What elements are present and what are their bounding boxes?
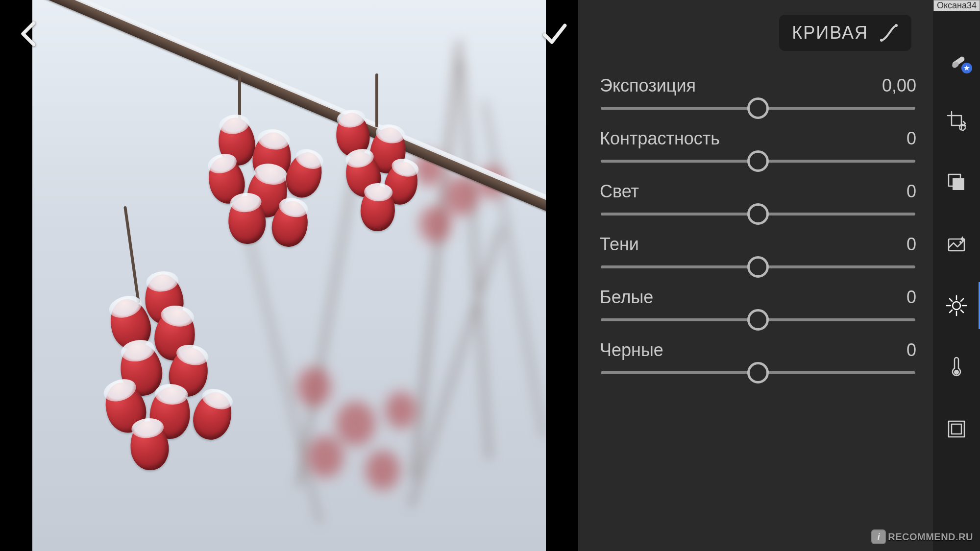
slider-label: Тени	[600, 234, 639, 255]
curve-icon	[879, 23, 899, 43]
healing-brush-icon[interactable]	[945, 47, 968, 71]
slider-thumb[interactable]	[747, 309, 769, 331]
slider-track[interactable]	[601, 160, 915, 163]
slider-thumb[interactable]	[747, 150, 769, 172]
frame-icon[interactable]	[945, 417, 968, 441]
light-icon[interactable]	[945, 294, 968, 317]
svg-point-1	[895, 24, 898, 27]
slider-track[interactable]	[601, 318, 915, 321]
slider-contrast: Контрастность 0	[600, 128, 916, 163]
curve-button[interactable]: КРИВАЯ	[779, 15, 911, 51]
slider-value: 0	[906, 234, 916, 255]
premium-badge-icon	[961, 63, 972, 73]
slider-thumb[interactable]	[747, 256, 769, 278]
light-controls: КРИВАЯ Экспозиция 0,00 Конт	[578, 0, 933, 551]
user-tag: Оксана34	[933, 0, 980, 11]
slider-thumb[interactable]	[747, 97, 769, 119]
slider-label: Белые	[600, 287, 653, 308]
crop-icon[interactable]	[945, 109, 968, 132]
slider-blacks: Черные 0	[600, 340, 916, 374]
presets-icon[interactable]	[945, 170, 968, 194]
svg-rect-20	[952, 424, 961, 434]
slider-shadows: Тени 0	[600, 234, 916, 268]
svg-point-9	[953, 302, 960, 310]
slider-label: Контрастность	[600, 128, 720, 149]
slider-exposure: Экспозиция 0,00	[600, 75, 916, 110]
slider-value: 0,00	[882, 75, 916, 96]
slider-thumb[interactable]	[747, 203, 769, 225]
watermark: i RECOMMEND.RU	[871, 529, 973, 544]
slider-group: Экспозиция 0,00 Контрастность 0 Свет 0	[600, 72, 916, 374]
slider-track[interactable]	[601, 213, 915, 216]
svg-marker-4	[964, 65, 970, 71]
slider-track[interactable]	[601, 107, 915, 110]
curve-label: КРИВАЯ	[792, 23, 868, 43]
right-toolbar	[933, 0, 980, 551]
svg-rect-6	[953, 178, 964, 190]
slider-value: 0	[906, 128, 916, 149]
slider-value: 0	[906, 340, 916, 360]
watermark-text: RECOMMEND.RU	[888, 531, 973, 543]
back-button[interactable]	[15, 20, 43, 50]
watermark-icon: i	[871, 529, 886, 544]
svg-line-17	[950, 310, 952, 312]
slider-whites: Белые 0	[600, 287, 916, 321]
slider-label: Черные	[600, 340, 663, 360]
slider-highlights: Свет 0	[600, 181, 916, 216]
edit-panel: КРИВАЯ Экспозиция 0,00 Конт	[578, 0, 980, 551]
auto-enhance-icon[interactable]	[945, 232, 968, 256]
slider-track[interactable]	[601, 265, 915, 268]
slider-value: 0	[906, 287, 916, 308]
photo-viewport	[0, 0, 578, 551]
slider-thumb[interactable]	[747, 362, 769, 383]
edited-photo[interactable]	[32, 0, 546, 551]
confirm-button[interactable]	[540, 20, 568, 50]
svg-point-8	[959, 241, 961, 243]
svg-point-18	[954, 370, 959, 375]
slider-label: Свет	[600, 181, 639, 202]
color-temp-icon[interactable]	[945, 356, 968, 379]
slider-label: Экспозиция	[600, 75, 696, 96]
app-root: КРИВАЯ Экспозиция 0,00 Конт	[0, 0, 980, 551]
slider-track[interactable]	[601, 371, 915, 374]
svg-line-14	[950, 299, 952, 301]
svg-point-0	[880, 39, 883, 42]
svg-line-16	[961, 299, 963, 301]
slider-value: 0	[906, 181, 916, 202]
svg-line-15	[961, 310, 963, 312]
